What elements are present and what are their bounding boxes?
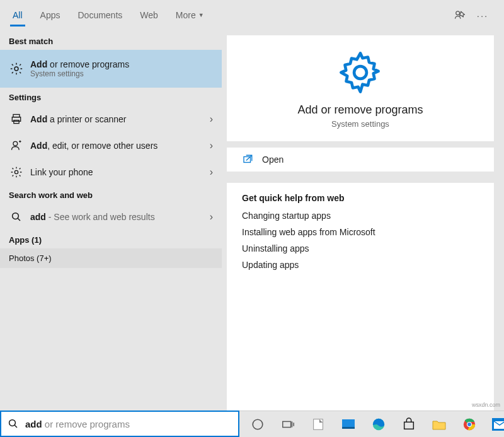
person-icon <box>9 139 24 152</box>
section-best-match: Best match <box>0 30 222 50</box>
section-photos[interactable]: Photos (7+) <box>0 248 222 268</box>
explorer-icon[interactable] <box>425 412 454 437</box>
feedback-icon[interactable] <box>451 6 469 24</box>
printer-icon <box>9 113 24 125</box>
cortana-icon[interactable] <box>243 412 272 437</box>
gear-icon <box>9 62 24 76</box>
watermark: wsxdn.com <box>472 402 500 408</box>
section-apps[interactable]: Apps (1) <box>0 230 222 248</box>
search-icon <box>8 418 19 429</box>
edge-icon[interactable] <box>364 412 393 437</box>
task-view-icon[interactable] <box>273 412 302 437</box>
tab-documents[interactable]: Documents <box>69 0 131 30</box>
details-title: Add or remove programs <box>297 103 423 117</box>
tab-apps[interactable]: Apps <box>32 0 69 30</box>
help-link-webapps[interactable]: Installing web apps from Microsoft <box>242 227 479 237</box>
help-link-uninstall[interactable]: Uninstalling apps <box>242 243 479 253</box>
details-subtitle: System settings <box>331 119 389 129</box>
help-link-startup[interactable]: Changing startup apps <box>242 211 479 221</box>
taskbar <box>239 411 504 437</box>
gear-icon <box>9 166 24 178</box>
chevron-right-icon: › <box>210 211 213 223</box>
result-link-phone[interactable]: Link your phone › <box>0 159 222 185</box>
mail-icon[interactable] <box>485 412 504 437</box>
result-add-remove-programs[interactable]: Add or remove programs System settings <box>0 50 222 88</box>
svg-rect-14 <box>342 419 355 428</box>
more-options-icon[interactable]: ··· <box>474 6 491 24</box>
result-add-printer[interactable]: Add a printer or scanner › <box>0 106 222 132</box>
chrome-icon[interactable] <box>455 412 484 437</box>
svg-rect-15 <box>342 427 355 429</box>
chevron-right-icon: › <box>210 166 213 178</box>
filter-tabs: All Apps Documents Web More▼ ··· <box>0 0 504 30</box>
details-card: Add or remove programs System settings <box>227 35 494 141</box>
svg-point-0 <box>456 11 460 15</box>
svg-point-6 <box>14 170 18 173</box>
svg-point-8 <box>354 66 367 79</box>
svg-rect-4 <box>14 120 19 124</box>
svg-point-7 <box>13 213 19 219</box>
open-icon <box>242 154 253 165</box>
svg-point-11 <box>253 419 263 429</box>
section-work-web: Search work and web <box>0 185 222 204</box>
details-panel: Add or remove programs System settings O… <box>222 30 504 411</box>
svg-point-1 <box>14 67 18 71</box>
tab-more[interactable]: More▼ <box>167 0 213 30</box>
svg-point-5 <box>13 141 18 146</box>
open-action[interactable]: Open <box>242 154 284 165</box>
store-icon[interactable] <box>394 412 423 437</box>
tab-all[interactable]: All <box>4 0 32 30</box>
chevron-right-icon: › <box>210 140 213 151</box>
search-input[interactable]: add or remove programs <box>0 411 239 437</box>
svg-rect-17 <box>404 422 414 429</box>
chevron-right-icon: › <box>210 114 213 125</box>
section-settings: Settings <box>0 88 222 106</box>
search-icon <box>9 211 24 223</box>
gear-icon <box>338 50 382 95</box>
libreoffice-icon[interactable] <box>304 412 333 437</box>
quick-help: Get quick help from web Changing startup… <box>227 183 494 411</box>
svg-point-10 <box>9 420 16 426</box>
svg-rect-13 <box>314 419 323 429</box>
svg-point-20 <box>467 422 471 426</box>
quick-help-header: Get quick help from web <box>242 193 479 203</box>
result-add-users[interactable]: Add, edit, or remove other users › <box>0 132 222 159</box>
results-panel: Best match Add or remove programs System… <box>0 30 222 411</box>
help-link-updating[interactable]: Updating apps <box>242 260 479 270</box>
result-web-add[interactable]: add - See work and web results › <box>0 204 222 230</box>
app-blue-icon[interactable] <box>334 412 363 437</box>
tab-web[interactable]: Web <box>131 0 167 30</box>
svg-rect-12 <box>283 421 291 427</box>
